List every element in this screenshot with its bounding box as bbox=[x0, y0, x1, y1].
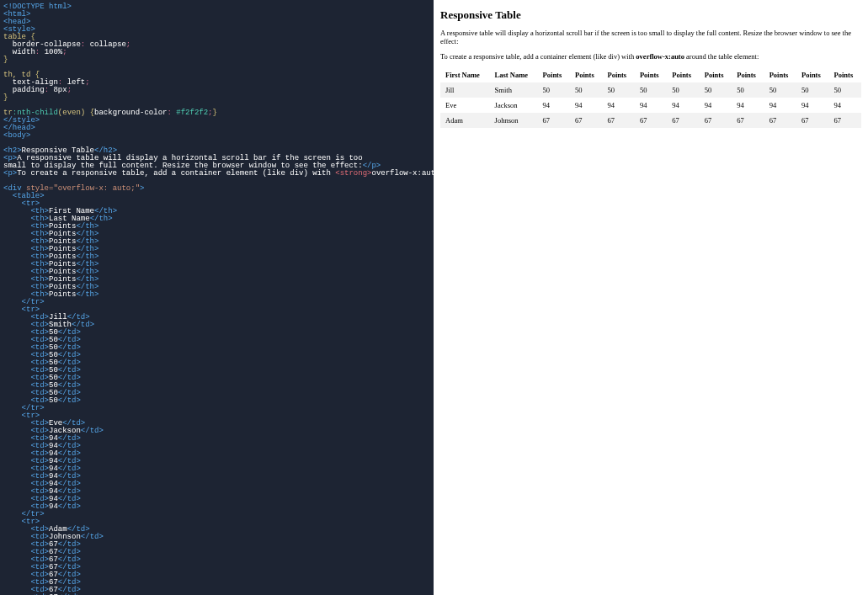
table-cell: 94 bbox=[602, 98, 634, 113]
table-cell: 67 bbox=[602, 113, 634, 128]
table-header-cell: Points bbox=[667, 67, 699, 82]
preview-table: First NameLast NamePointsPointsPointsPoi… bbox=[440, 67, 861, 128]
preview-panel: Responsive Table A responsive table will… bbox=[434, 0, 868, 595]
table-cell: 67 bbox=[667, 113, 699, 128]
preview-heading: Responsive Table bbox=[440, 8, 861, 22]
table-cell: Adam bbox=[440, 113, 490, 128]
table-cell: Smith bbox=[490, 82, 538, 98]
table-wrapper: First NameLast NamePointsPointsPointsPoi… bbox=[440, 67, 861, 128]
table-cell: Johnson bbox=[490, 113, 538, 128]
table-header-cell: Points bbox=[796, 67, 828, 82]
table-cell: 94 bbox=[829, 98, 861, 113]
table-cell: 67 bbox=[635, 113, 667, 128]
table-cell: 67 bbox=[538, 113, 570, 128]
table-cell: Jill bbox=[440, 82, 490, 98]
table-cell: 67 bbox=[796, 113, 828, 128]
table-cell: 50 bbox=[635, 82, 667, 98]
table-cell: 94 bbox=[635, 98, 667, 113]
table-header-cell: Points bbox=[635, 67, 667, 82]
preview-p2-b: around the table element: bbox=[684, 52, 759, 61]
table-row: AdamJohnson67676767676767676767 bbox=[440, 113, 861, 128]
table-cell: 50 bbox=[570, 82, 602, 98]
table-row: JillSmith50505050505050505050 bbox=[440, 82, 861, 98]
table-cell: 94 bbox=[667, 98, 699, 113]
table-cell: 50 bbox=[667, 82, 699, 98]
code-content: <!DOCTYPE html> <html> <head> <style> ta… bbox=[3, 3, 430, 595]
table-header-cell: Last Name bbox=[490, 67, 538, 82]
code-editor[interactable]: <!DOCTYPE html> <html> <head> <style> ta… bbox=[0, 0, 434, 595]
table-cell: 50 bbox=[829, 82, 861, 98]
table-cell: 50 bbox=[700, 82, 732, 98]
table-cell: 50 bbox=[538, 82, 570, 98]
table-cell: 94 bbox=[796, 98, 828, 113]
table-header-cell: First Name bbox=[440, 67, 490, 82]
preview-p1: A responsive table will display a horizo… bbox=[440, 29, 861, 45]
table-cell: 94 bbox=[700, 98, 732, 113]
table-cell: Eve bbox=[440, 98, 490, 113]
table-header-cell: Points bbox=[700, 67, 732, 82]
table-cell: 50 bbox=[602, 82, 634, 98]
table-header-cell: Points bbox=[538, 67, 570, 82]
table-cell: 67 bbox=[732, 113, 764, 128]
table-cell: 67 bbox=[570, 113, 602, 128]
table-cell: Jackson bbox=[490, 98, 538, 113]
table-cell: 94 bbox=[732, 98, 764, 113]
preview-p2-a: To create a responsive table, add a cont… bbox=[440, 52, 636, 61]
table-cell: 50 bbox=[732, 82, 764, 98]
table-cell: 94 bbox=[570, 98, 602, 113]
table-cell: 67 bbox=[829, 113, 861, 128]
table-header-cell: Points bbox=[570, 67, 602, 82]
table-header-cell: Points bbox=[764, 67, 796, 82]
preview-p2-strong: overflow-x:auto bbox=[636, 52, 684, 61]
table-header-cell: Points bbox=[829, 67, 861, 82]
table-row: EveJackson94949494949494949494 bbox=[440, 98, 861, 113]
table-cell: 50 bbox=[764, 82, 796, 98]
table-cell: 50 bbox=[796, 82, 828, 98]
table-cell: 67 bbox=[764, 113, 796, 128]
table-header-cell: Points bbox=[732, 67, 764, 82]
table-header-cell: Points bbox=[602, 67, 634, 82]
table-cell: 67 bbox=[700, 113, 732, 128]
preview-p2: To create a responsive table, add a cont… bbox=[440, 52, 861, 61]
table-cell: 94 bbox=[764, 98, 796, 113]
table-header-row: First NameLast NamePointsPointsPointsPoi… bbox=[440, 67, 861, 82]
table-cell: 94 bbox=[538, 98, 570, 113]
